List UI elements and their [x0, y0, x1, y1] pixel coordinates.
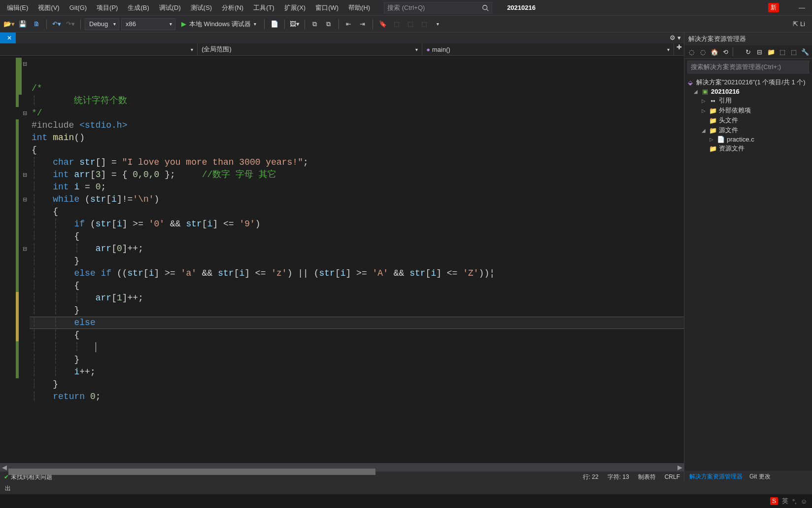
global-search-input[interactable]: 搜索 (Ctrl+Q): [384, 2, 492, 14]
uncomment-icon[interactable]: ⧉: [323, 18, 335, 30]
menu-test[interactable]: 测试(S): [186, 1, 217, 14]
fold-icon[interactable]: ⊟: [22, 110, 28, 116]
folder-icon: 📁: [709, 145, 717, 152]
panel-tabs: 解决方案资源管理器 Git 更改: [684, 471, 812, 482]
search-icon: [482, 4, 489, 11]
menu-git[interactable]: Git(G): [65, 2, 92, 13]
start-debugging-button[interactable]: ▶ 本地 Windows 调试器 ▾: [177, 18, 260, 30]
scroll-left-icon[interactable]: ◀: [0, 464, 8, 471]
collapse-icon[interactable]: ⊟: [755, 47, 764, 56]
fold-icon[interactable]: ⊟: [22, 61, 28, 67]
status-encoding[interactable]: CRLF: [665, 473, 680, 480]
menu-tools[interactable]: 工具(T): [248, 1, 279, 14]
save-icon[interactable]: 💾: [17, 18, 29, 30]
redo-icon[interactable]: ↷▾: [65, 18, 76, 30]
bookmark-next-icon[interactable]: ⬚: [405, 18, 416, 30]
editor-tab-strip: ✕ ⚙ ▾: [0, 33, 684, 43]
c-file-icon: 📄: [717, 136, 725, 143]
nav-scope-dropdown[interactable]: (全局范围): [198, 43, 422, 55]
menu-analyze[interactable]: 分析(N): [217, 1, 248, 14]
fold-icon[interactable]: ⊟: [22, 246, 28, 252]
menu-extensions[interactable]: 扩展(X): [279, 1, 310, 14]
menu-project[interactable]: 项目(P): [92, 1, 123, 14]
nav-project-dropdown[interactable]: [0, 43, 198, 55]
chevron-right-icon[interactable]: ▷: [700, 108, 707, 113]
language-indicator[interactable]: 英: [782, 497, 788, 506]
svg-point-0: [483, 5, 487, 9]
chevron-right-icon[interactable]: ▷: [708, 137, 715, 142]
source-file-node[interactable]: ▷ 📄 practice.c: [684, 135, 812, 144]
chevron-down-icon[interactable]: ◢: [700, 128, 707, 133]
status-tabs[interactable]: 制表符: [638, 473, 656, 481]
chevron-down-icon[interactable]: ◢: [692, 89, 699, 94]
project-node[interactable]: ◢ ▣ 20210216: [684, 87, 812, 96]
references-node[interactable]: ▷ ▪▪ 引用: [684, 96, 812, 106]
open-icon[interactable]: 📂▾: [3, 18, 15, 30]
config-dropdown[interactable]: Debug: [85, 18, 119, 30]
output-tab[interactable]: 出: [5, 484, 11, 493]
menu-build[interactable]: 生成(B): [123, 1, 154, 14]
nav-function-dropdown[interactable]: ● main(): [422, 43, 674, 55]
ime-indicator[interactable]: S: [770, 497, 778, 505]
ime-mode-icon[interactable]: °,: [792, 498, 797, 505]
toolbar: 📂▾ 💾 🗎 ↶▾ ↷▾ Debug x86 ▶ 本地 Windows 调试器 …: [0, 16, 812, 33]
menu-debug[interactable]: 调试(D): [154, 1, 186, 14]
status-line[interactable]: 行: 22: [583, 473, 599, 481]
chevron-right-icon[interactable]: ▷: [700, 98, 707, 104]
comment-icon[interactable]: ⧉: [309, 18, 321, 30]
gutter: ⊟ ⊟ ⊟ ⊟ ⊟: [0, 56, 30, 463]
sources-node[interactable]: ◢ 📁 源文件: [684, 125, 812, 135]
taskbar: S 英 °, ☺: [0, 494, 812, 508]
menu-view[interactable]: 视图(V): [33, 1, 64, 14]
fold-icon[interactable]: ⊟: [22, 172, 28, 178]
scroll-right-icon[interactable]: ▶: [676, 464, 684, 471]
bookmark-clear-icon[interactable]: ⬚: [418, 18, 430, 30]
emoji-picker-icon[interactable]: ☺: [801, 498, 807, 505]
close-tab-icon[interactable]: ✕: [7, 35, 12, 41]
function-icon: ●: [426, 46, 430, 53]
refresh-icon[interactable]: ↻: [744, 47, 752, 56]
status-char[interactable]: 字符: 13: [608, 473, 629, 481]
solution-root-node[interactable]: ⬙ 解决方案"20210216"(1 个项目/共 1 个): [684, 77, 812, 87]
search-placeholder: 搜索 (Ctrl+Q): [387, 3, 425, 12]
wrench-icon[interactable]: 🔧: [801, 47, 809, 56]
resources-node[interactable]: 📁 资源文件: [684, 144, 812, 153]
menu-edit[interactable]: 编辑(E): [2, 1, 33, 14]
outdent-icon[interactable]: ⇤: [343, 18, 355, 30]
tab-options-icon[interactable]: ⚙ ▾: [670, 34, 681, 41]
solution-toolbar: ◌ ◌ 🏠 ⟲ ↻ ⊟ 📁 ⬚ ⬚ 🔧: [684, 45, 812, 59]
undo-icon[interactable]: ↶▾: [51, 18, 63, 30]
toolbar-overflow-icon[interactable]: ▾: [432, 18, 444, 30]
fold-icon[interactable]: ⊟: [22, 196, 28, 203]
indent-icon[interactable]: ⇥: [357, 18, 369, 30]
home-icon[interactable]: 🏠: [710, 47, 718, 56]
editor-tab-active[interactable]: ✕: [0, 33, 16, 43]
menu-window[interactable]: 窗口(W): [310, 1, 343, 14]
solution-search-input[interactable]: 搜索解决方案资源管理器(Ctrl+;): [687, 61, 809, 73]
show-all-icon[interactable]: 📁: [767, 47, 775, 56]
image-icon[interactable]: 🖼▾: [289, 18, 301, 30]
bookmark-prev-icon[interactable]: ⬚: [391, 18, 403, 30]
platform-dropdown[interactable]: x86: [121, 18, 175, 30]
code-editor[interactable]: ⊟ ⊟ ⊟ ⊟ ⊟: [0, 56, 684, 463]
bookmark-icon[interactable]: 🔖: [377, 18, 389, 30]
horizontal-scrollbar[interactable]: ◀ ▶: [0, 463, 684, 472]
new-badge[interactable]: 新: [768, 3, 779, 12]
split-editor-icon[interactable]: ✚: [674, 43, 684, 55]
debugger-label: 本地 Windows 调试器: [189, 20, 251, 29]
save-all-icon[interactable]: 🗎: [31, 18, 42, 30]
properties-icon[interactable]: ⬚: [778, 47, 786, 56]
output-tabs: 出: [0, 482, 812, 494]
new-file-icon[interactable]: 📄: [269, 18, 280, 30]
tab-git-changes[interactable]: Git 更改: [749, 472, 771, 481]
external-deps-node[interactable]: ▷ 📁 外部依赖项: [684, 106, 812, 115]
headers-node[interactable]: 📁 头文件: [684, 115, 812, 125]
back-icon[interactable]: ◌: [687, 47, 696, 56]
forward-icon[interactable]: ◌: [699, 47, 707, 56]
scrollbar-thumb[interactable]: [8, 469, 375, 475]
live-share-button[interactable]: ⇱ Li: [789, 20, 809, 28]
tab-solution-explorer[interactable]: 解决方案资源管理器: [689, 472, 743, 481]
preview-icon[interactable]: ⬚: [789, 47, 798, 56]
menu-help[interactable]: 帮助(H): [343, 1, 375, 14]
sync-icon[interactable]: ⟲: [721, 47, 730, 56]
